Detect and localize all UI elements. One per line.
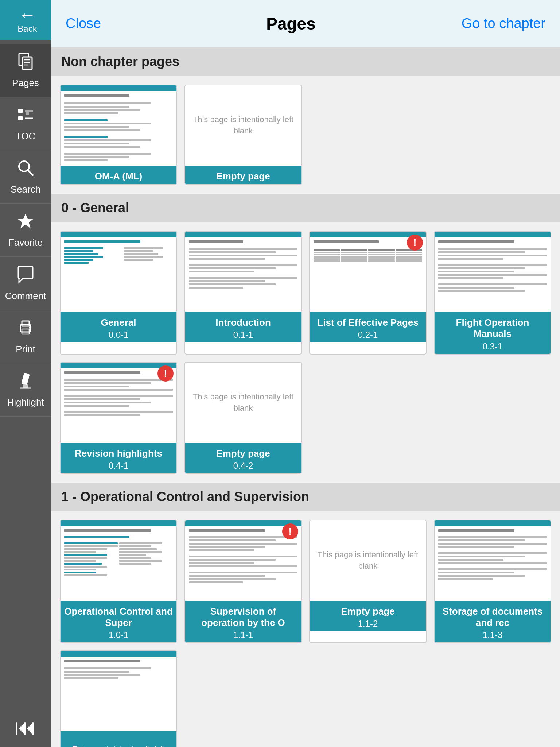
page-name: Flight Operation Manuals: [438, 317, 548, 340]
page-name: Revision highlights: [63, 448, 174, 459]
sidebar-item-search[interactable]: Search: [0, 150, 51, 204]
print-icon: [16, 318, 35, 341]
page-thumb-ocs[interactable]: Operational Control and Super 1.0-1: [60, 520, 177, 643]
page-preview-revision: !: [61, 363, 176, 443]
page-name: Empty page: [188, 448, 298, 459]
page-grid-non-chapter: OM-A (ML) This page is intentionally lef…: [51, 76, 560, 194]
page-num: 0.4-2: [188, 461, 298, 471]
svg-rect-5: [18, 109, 23, 113]
section-header-general: 0 - General: [51, 194, 560, 222]
page-label-ocs: Operational Control and Super 1.0-1: [61, 601, 176, 642]
page-name: List of Effective Pages: [313, 317, 423, 328]
page-thumb-introduction[interactable]: Introduction 0.1-1: [184, 231, 302, 354]
page-thumb-fom[interactable]: Flight Operation Manuals 0.3-1: [434, 231, 551, 354]
svg-rect-1: [23, 57, 32, 69]
close-button[interactable]: Close: [66, 16, 139, 31]
svg-marker-12: [18, 214, 34, 228]
panel-title: Pages: [139, 14, 443, 34]
rewind-button[interactable]: ⏮: [15, 715, 36, 740]
svg-point-16: [29, 326, 31, 329]
page-preview-general: [61, 232, 176, 312]
alert-badge-revision: !: [158, 365, 174, 382]
page-thumb-empty-112[interactable]: This page is intentionally left blank Em…: [309, 520, 427, 643]
page-num: 0.4-1: [63, 461, 174, 471]
panel-header: Close Pages Go to chapter: [51, 0, 560, 47]
search-icon: [16, 158, 35, 182]
page-label-revision: Revision highlights 0.4-1: [61, 443, 176, 473]
highlight-label: Highlight: [7, 397, 44, 408]
page-preview-empty-112: This page is intentionally left blank: [310, 520, 426, 601]
page-name: Empty page: [188, 171, 298, 182]
back-arrow-icon: ←: [19, 6, 36, 24]
page-name: OM-A (ML): [63, 171, 174, 182]
page-name: Introduction: [188, 317, 298, 328]
empty-text-042: This page is intentionally left blank: [185, 384, 301, 421]
page-num: 0.2-1: [313, 330, 423, 340]
favorite-label: Favorite: [8, 237, 43, 248]
page-name: Supervision of operation by the O: [188, 606, 298, 628]
page-thumb-lep[interactable]: !: [309, 231, 427, 354]
page-num: 1.0-1: [63, 630, 174, 640]
page-thumb-empty-042[interactable]: This page is intentionally left blank Em…: [184, 362, 302, 474]
svg-rect-6: [18, 116, 23, 120]
pages-icon: [16, 52, 35, 75]
page-name: Storage of documents and rec: [438, 606, 548, 628]
section-header-non-chapter: Non chapter pages: [51, 47, 560, 76]
page-name: Operational Control and Super: [63, 606, 174, 628]
page-label-bottom-partial: This page is intentionally left blank: [61, 731, 176, 747]
sidebar: Pages TOC Search Favorite: [0, 40, 51, 747]
toc-icon: [16, 105, 35, 128]
favorite-icon: [16, 212, 35, 235]
empty-text-112: This page is intentionally left blank: [310, 542, 426, 579]
page-label-empty-042: Empty page 0.4-2: [185, 443, 301, 473]
page-preview-empty-042: This page is intentionally left blank: [185, 363, 301, 443]
section-header-operational: 1 - Operational Control and Supervision: [51, 483, 560, 511]
page-preview-fom: [435, 232, 551, 312]
page-thumb-empty-1[interactable]: This page is intentionally left blank Em…: [184, 85, 302, 185]
page-grid-general: General 0.0-1: [51, 222, 560, 483]
back-label: Back: [18, 24, 37, 34]
alert-badge-supervision: !: [282, 523, 298, 539]
page-preview-oma: [61, 85, 176, 166]
sidebar-item-toc[interactable]: TOC: [0, 97, 51, 150]
page-num: 1.1-1: [188, 630, 298, 640]
page-label-storage: Storage of documents and rec 1.1-3: [435, 601, 551, 642]
empty-text-1: This page is intentionally left blank: [185, 107, 301, 144]
highlight-icon: [16, 371, 35, 395]
page-name: Empty page: [313, 606, 423, 617]
page-thumb-oma[interactable]: OM-A (ML): [60, 85, 177, 185]
svg-rect-9: [26, 112, 29, 115]
page-preview-bottom-partial: [61, 651, 176, 731]
goto-chapter-button[interactable]: Go to chapter: [443, 16, 545, 31]
print-label: Print: [16, 344, 35, 355]
page-thumb-revision[interactable]: !: [60, 362, 177, 474]
page-label-supervision: Supervision of operation by the O 1.1-1: [185, 601, 301, 642]
panel-content: Non chapter pages: [51, 47, 560, 747]
page-num: 0.3-1: [438, 341, 548, 352]
search-label: Search: [11, 184, 40, 195]
page-thumb-storage[interactable]: Storage of documents and rec 1.1-3: [434, 520, 551, 643]
page-num: 0.0-1: [63, 330, 174, 340]
page-grid-operational: Operational Control and Super 1.0-1 !: [51, 511, 560, 747]
sidebar-item-pages[interactable]: Pages: [0, 44, 51, 97]
page-label-lep: List of Effective Pages 0.2-1: [310, 312, 426, 342]
svg-rect-14: [22, 321, 29, 326]
sidebar-item-comment[interactable]: Comment: [0, 257, 51, 310]
page-preview-empty-1: This page is intentionally left blank: [185, 85, 301, 166]
page-preview-lep: !: [310, 232, 426, 312]
page-thumb-general[interactable]: General 0.0-1: [60, 231, 177, 354]
back-button[interactable]: ← Back: [11, 6, 44, 34]
page-thumb-supervision[interactable]: !: [184, 520, 302, 643]
page-preview-supervision: !: [185, 520, 301, 601]
page-label-empty-112: Empty page 1.1-2: [310, 601, 426, 631]
page-preview-ocs: [61, 520, 176, 601]
page-label-oma: OM-A (ML): [61, 166, 176, 184]
page-preview-storage: [435, 520, 551, 601]
sidebar-item-favorite[interactable]: Favorite: [0, 204, 51, 257]
toc-label: TOC: [16, 131, 35, 142]
page-thumb-bottom-partial[interactable]: This page is intentionally left blank: [60, 650, 177, 747]
page-label-introduction: Introduction 0.1-1: [185, 312, 301, 342]
sidebar-item-print[interactable]: Print: [0, 310, 51, 363]
sidebar-item-highlight[interactable]: Highlight: [0, 363, 51, 417]
alert-badge-lep: !: [407, 235, 423, 251]
